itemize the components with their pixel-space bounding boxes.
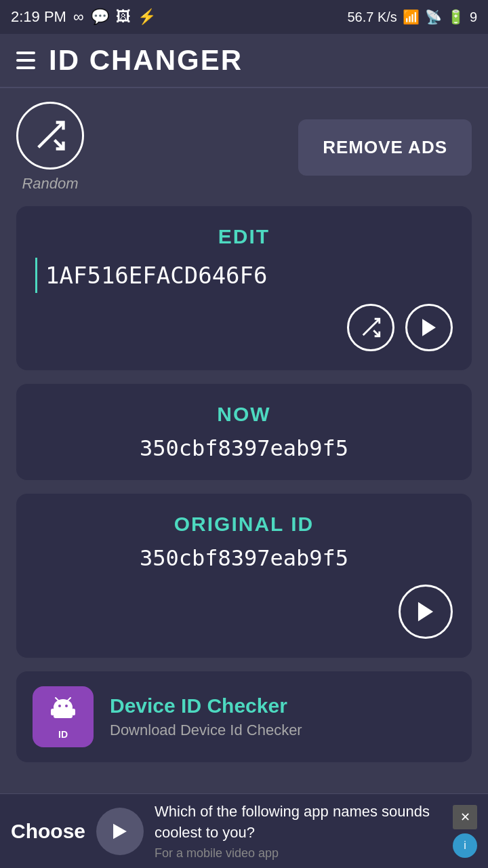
checker-subtitle: Download Device Id Checker <box>110 722 302 739</box>
device-checker-info: Device ID Checker Download Device Id Che… <box>110 694 302 739</box>
ad-close-button[interactable]: ✕ <box>453 805 477 829</box>
now-card: NOW 350cbf8397eab9f5 <box>16 384 472 480</box>
ad-arrow-button[interactable] <box>96 808 144 855</box>
ad-close-buttons: ✕ i <box>453 805 477 858</box>
menu-line-3 <box>16 66 35 69</box>
svg-marker-5 <box>418 602 433 622</box>
svg-marker-14 <box>113 823 127 839</box>
ad-main-text: Which of the following app names sounds … <box>155 802 442 844</box>
svg-point-9 <box>65 705 68 707</box>
svg-line-10 <box>56 698 58 701</box>
edit-label: EDIT <box>35 225 453 248</box>
original-apply-button[interactable] <box>399 585 453 639</box>
edit-actions <box>35 304 453 351</box>
original-action <box>35 585 453 639</box>
shuffle-icon <box>33 118 68 153</box>
app-icon: ID <box>33 686 94 747</box>
signal-icon: 📡 <box>425 9 442 25</box>
svg-rect-13 <box>72 709 75 715</box>
id-edit-input[interactable] <box>35 258 453 293</box>
random-circle <box>16 102 84 170</box>
speed-display: 56.7 K/s <box>347 9 396 25</box>
device-checker-card[interactable]: ID Device ID Checker Download Device Id … <box>16 671 472 762</box>
infinity-icon: ∞ <box>73 8 84 26</box>
ad-text-block: Which of the following app names sounds … <box>155 802 442 861</box>
edit-input-row <box>35 258 453 293</box>
svg-rect-7 <box>54 707 73 718</box>
status-right: 56.7 K/s 📶 📡 🔋 9 <box>347 9 477 25</box>
shuffle-small-icon <box>359 316 382 339</box>
edit-shuffle-button[interactable] <box>347 304 394 351</box>
message-icon: 💬 <box>91 8 109 26</box>
original-card: ORIGINAL ID 350cbf8397eab9f5 <box>16 494 472 658</box>
menu-icon[interactable] <box>16 52 35 69</box>
battery-level: 9 <box>470 9 477 25</box>
wifi-icon: 📶 <box>403 9 420 25</box>
app-icon-label: ID <box>58 729 68 740</box>
svg-rect-12 <box>51 709 54 715</box>
app-title: ID CHANGER <box>49 44 243 77</box>
choose-label: Choose <box>11 820 85 843</box>
top-bar: ID CHANGER <box>0 34 488 88</box>
svg-marker-4 <box>422 319 436 336</box>
ad-bar: Choose Which of the following app names … <box>0 793 488 868</box>
ad-sub-text: For a mobile video app <box>155 846 442 861</box>
remove-ads-button[interactable]: REMOVE ADS <box>298 119 472 176</box>
image-icon: 🖼 <box>116 8 131 26</box>
menu-line-1 <box>16 52 35 54</box>
ad-info-button[interactable]: i <box>453 833 477 858</box>
main-content: Random REMOVE ADS EDIT <box>0 88 488 776</box>
battery-icon: 🔋 <box>447 9 464 25</box>
edit-card: EDIT <box>16 206 472 370</box>
android-icon <box>47 694 79 726</box>
svg-point-8 <box>58 705 61 707</box>
status-bar: 2:19 PM ∞ 💬 🖼 ⚡ 56.7 K/s 📶 📡 🔋 9 <box>0 0 488 34</box>
menu-line-2 <box>16 59 35 62</box>
original-value: 350cbf8397eab9f5 <box>35 545 453 571</box>
random-button[interactable]: Random <box>16 102 84 193</box>
play-large-icon <box>413 599 439 625</box>
usb-icon: ⚡ <box>138 8 156 26</box>
arrow-right-icon <box>108 820 131 843</box>
top-row: Random REMOVE ADS <box>16 102 472 193</box>
time-display: 2:19 PM <box>11 8 66 26</box>
play-icon <box>418 316 441 339</box>
svg-line-11 <box>68 698 70 701</box>
now-label: NOW <box>35 403 453 426</box>
status-left: 2:19 PM ∞ 💬 🖼 ⚡ <box>11 8 156 26</box>
random-label: Random <box>22 175 78 193</box>
checker-title: Device ID Checker <box>110 694 302 717</box>
now-value: 350cbf8397eab9f5 <box>35 435 453 461</box>
original-label: ORIGINAL ID <box>35 513 453 536</box>
edit-apply-button[interactable] <box>405 304 453 351</box>
